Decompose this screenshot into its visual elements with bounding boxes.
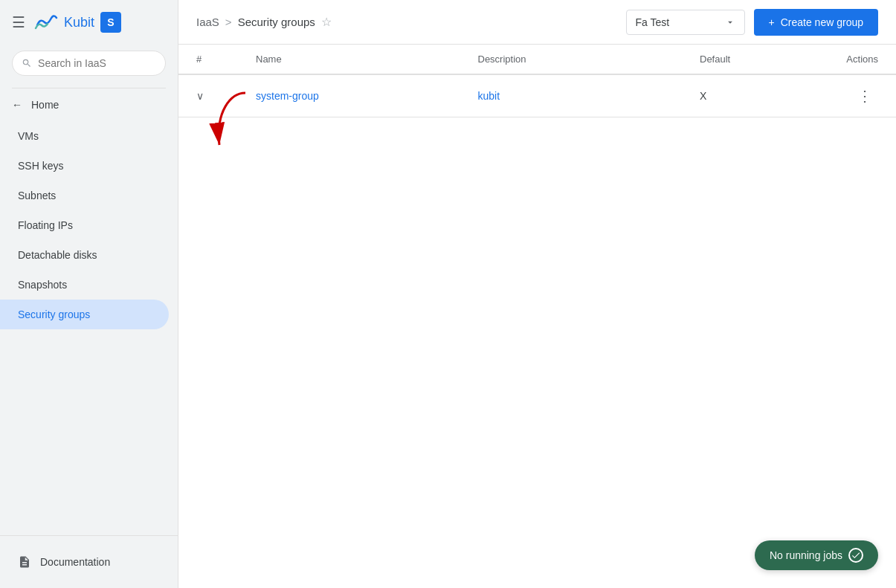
documentation-link[interactable]: Documentation bbox=[12, 548, 166, 576]
sidebar-item-ssh-keys[interactable]: SSH keys bbox=[0, 151, 169, 181]
sidebar-item-subnets[interactable]: Subnets bbox=[0, 181, 169, 210]
create-btn-icon: + bbox=[769, 16, 775, 28]
row-group-name[interactable]: system-group bbox=[256, 90, 478, 102]
sidebar-item-snapshots[interactable]: Snapshots bbox=[0, 270, 169, 300]
col-description: Description bbox=[478, 54, 700, 65]
security-groups-table: # Name Description Default Actions ∨ sys… bbox=[178, 45, 896, 117]
sidebar-item-floating-ips[interactable]: Floating IPs bbox=[0, 210, 169, 240]
table-header: # Name Description Default Actions bbox=[178, 45, 896, 75]
search-box bbox=[12, 51, 166, 76]
sidebar-item-vms[interactable]: VMs bbox=[0, 121, 169, 151]
no-running-jobs-badge: No running jobs bbox=[755, 540, 878, 570]
top-bar: IaaS > Security groups ☆ Fa Test + Creat… bbox=[178, 0, 896, 45]
row-actions-button[interactable]: ⋮ bbox=[851, 84, 878, 108]
sidebar-nav: VMs SSH keys Subnets Floating IPs Detach… bbox=[0, 118, 178, 535]
breadcrumb-current-page: Security groups bbox=[238, 16, 315, 28]
sidebar: ☰ Kubit S ← Home VMs SS bbox=[0, 0, 178, 588]
check-circle-icon bbox=[848, 548, 863, 563]
breadcrumb-separator: > bbox=[225, 16, 232, 28]
search-area bbox=[0, 45, 178, 82]
row-actions-cell: ⋮ bbox=[789, 84, 878, 108]
main-content: IaaS > Security groups ☆ Fa Test + Creat… bbox=[178, 0, 896, 588]
col-name: Name bbox=[256, 54, 478, 65]
home-label: Home bbox=[31, 99, 59, 111]
top-right-controls: Fa Test + Create new group bbox=[626, 9, 878, 36]
doc-icon bbox=[18, 555, 31, 569]
favorite-icon[interactable]: ☆ bbox=[321, 15, 332, 29]
col-default: Default bbox=[700, 54, 789, 65]
breadcrumb-iaas[interactable]: IaaS bbox=[196, 16, 219, 28]
hamburger-icon[interactable]: ☰ bbox=[12, 13, 25, 31]
logo-area: Kubit S bbox=[34, 10, 121, 34]
back-arrow-icon: ← bbox=[12, 99, 22, 111]
app-title: Kubit bbox=[64, 15, 94, 30]
col-number: # bbox=[196, 54, 256, 65]
create-new-group-button[interactable]: + Create new group bbox=[754, 9, 878, 36]
sidebar-item-detachable-disks[interactable]: Detachable disks bbox=[0, 240, 169, 270]
chevron-down-icon bbox=[725, 17, 735, 28]
content-area: # Name Description Default Actions ∨ sys… bbox=[178, 45, 896, 588]
row-group-description: kubit bbox=[478, 90, 700, 102]
workspace-label: Fa Test bbox=[636, 16, 670, 28]
sidebar-header: ☰ Kubit S bbox=[0, 0, 178, 45]
kubit-logo-icon bbox=[34, 10, 58, 34]
secondary-logo: S bbox=[100, 12, 121, 33]
row-expand-button[interactable]: ∨ bbox=[196, 90, 256, 102]
sidebar-footer: Documentation bbox=[0, 535, 178, 588]
documentation-label: Documentation bbox=[40, 556, 110, 568]
breadcrumb: IaaS > Security groups ☆ bbox=[196, 15, 332, 29]
search-input[interactable] bbox=[38, 57, 156, 69]
row-group-default: X bbox=[700, 90, 789, 102]
sidebar-item-security-groups[interactable]: Security groups bbox=[0, 300, 169, 329]
sidebar-home-item[interactable]: ← Home bbox=[0, 91, 178, 118]
table-row: ∨ system-group kubit X ⋮ bbox=[178, 75, 896, 117]
col-actions: Actions bbox=[789, 54, 878, 65]
jobs-label: No running jobs bbox=[770, 549, 842, 561]
search-icon bbox=[22, 57, 32, 69]
create-btn-label: Create new group bbox=[781, 16, 863, 28]
workspace-selector[interactable]: Fa Test bbox=[626, 10, 745, 35]
sidebar-divider bbox=[12, 88, 166, 88]
